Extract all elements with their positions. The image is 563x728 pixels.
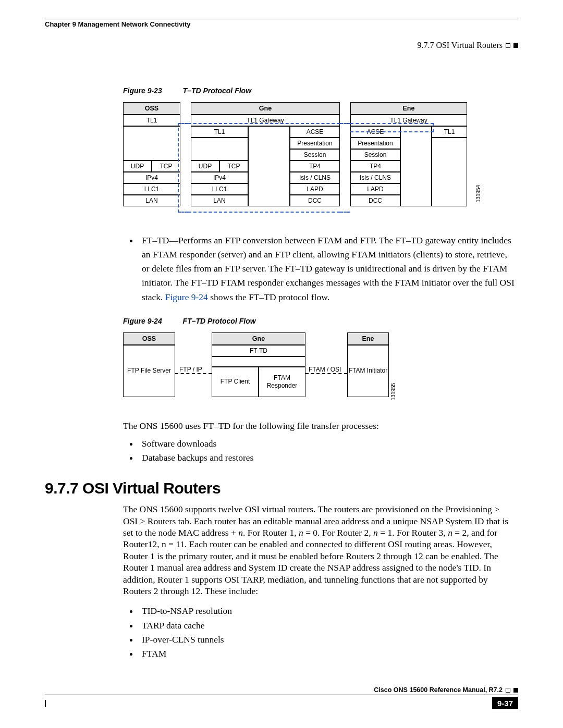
- ft-td-description: FT–TD—Performs an FTP conversion between…: [139, 233, 516, 304]
- cell-fttd: FT-TD: [212, 345, 305, 356]
- list-item: Database backups and restores: [139, 451, 516, 465]
- flow-line: [178, 123, 188, 213]
- cell-llc1: LLC1: [123, 183, 180, 195]
- header-rule-top: [45, 19, 518, 19]
- figure-24-caption: Figure 9-24 FT–TD Protocol Flow: [123, 317, 518, 325]
- oss-header: OSS: [123, 332, 175, 345]
- cell-empty: [123, 126, 180, 161]
- cell-ftp-client: FTP Client: [212, 367, 259, 397]
- flow-line: [305, 373, 347, 374]
- cell-tl1: TL1: [432, 126, 467, 138]
- cell-tp4: TP4: [350, 161, 400, 172]
- marker-icon: [506, 43, 510, 48]
- body-text: = 1. For Router 3,: [378, 527, 448, 538]
- figure-title: FT–TD Protocol Flow: [183, 317, 256, 325]
- section-breadcrumb: 9.7.7 OSI Virtual Routers: [417, 41, 503, 50]
- manual-title: Cisco ONS 15600 Reference Manual, R7.2: [374, 686, 503, 694]
- cell-empty: [212, 356, 305, 367]
- cell-dcc: DCC: [350, 195, 400, 206]
- diagram-id: 131954: [475, 185, 481, 202]
- cell-ftp-file-server: FTP File Server: [123, 345, 175, 397]
- paragraph-ft-td-uses: The ONS 15600 uses FT–TD for the followi…: [123, 420, 516, 431]
- cell-isis: Isis / CLNS: [350, 172, 400, 183]
- cell-tl1: TL1: [123, 115, 180, 126]
- gne-header: Gne: [191, 102, 340, 115]
- page-number: 9-37: [492, 697, 518, 709]
- footer-rule: [45, 695, 518, 695]
- label-ftam-osi: FTAM / OSI: [309, 366, 341, 373]
- cell-ftam-responder: FTAM Responder: [259, 367, 305, 397]
- flow-line: [340, 123, 350, 213]
- chapter-title: Chapter 9 Management Network Connectivit…: [45, 20, 191, 28]
- var-n: n: [373, 527, 378, 538]
- cell-ftam-initiator: FTAM Initiator: [347, 345, 389, 397]
- gne-header: Gne: [212, 332, 305, 345]
- diagram-id: 131955: [390, 382, 396, 400]
- figure-24-link[interactable]: Figure 9-24: [165, 292, 208, 302]
- label-ftp-ip: FTP / IP: [179, 366, 202, 373]
- cell-udp: UDP: [123, 161, 152, 172]
- marker-icon: [506, 688, 510, 693]
- marker-icon: [513, 688, 518, 693]
- body-text: shows the FT–TD protocol flow.: [208, 292, 329, 302]
- ene-header: Ene: [350, 102, 467, 115]
- oss-header: OSS: [123, 102, 180, 115]
- marker-icon: [513, 43, 518, 48]
- figure-24-diagram: OSS FTP File Server FTP / IP Gne FT-TD F…: [123, 332, 394, 411]
- flow-line: [175, 373, 212, 374]
- body-text: = 0. For Router 2,: [303, 527, 373, 538]
- figure-number: Figure 9-24: [123, 317, 162, 325]
- ene-header: Ene: [347, 332, 389, 345]
- list-item: IP-over-CLNS tunnels: [139, 633, 516, 647]
- cell-empty: [400, 126, 432, 206]
- list-item: FTAM: [139, 647, 516, 661]
- section-heading: 9.7.7 OSI Virtual Routers: [45, 479, 518, 497]
- label: FTP File Server: [127, 367, 171, 374]
- cell-empty: [432, 138, 467, 206]
- cell-ipv4: IPv4: [123, 172, 180, 183]
- figure-number: Figure 9-23: [123, 87, 162, 95]
- cell-tcp: TCP: [152, 161, 180, 172]
- cell-lapd: LAPD: [350, 183, 400, 195]
- var-n: n: [448, 527, 452, 538]
- list-item: TARP data cache: [139, 619, 516, 633]
- paragraph-osi-virtual-routers: The ONS 15600 supports twelve OSI virtua…: [123, 503, 516, 597]
- list-item: Software downloads: [139, 437, 516, 451]
- cell-lan: LAN: [123, 195, 180, 206]
- flow-line: [188, 123, 340, 213]
- footer-tick: [45, 700, 46, 707]
- cell-session: Session: [350, 149, 400, 161]
- page-footer: Cisco ONS 15600 Reference Manual, R7.2 9…: [45, 686, 518, 709]
- figure-title: T–TD Protocol Flow: [183, 87, 251, 95]
- figure-23-diagram: OSS TL1 UDP TCP IPv4 LLC1 LAN Gne TL1 Ga…: [123, 102, 478, 222]
- flow-line: [350, 123, 434, 132]
- var-n: n: [238, 527, 243, 538]
- figure-23-caption: Figure 9-23 T–TD Protocol Flow: [123, 87, 518, 95]
- var-n: n: [299, 527, 303, 538]
- cell-presentation: Presentation: [350, 138, 400, 149]
- list-item: TID-to-NSAP resolution: [139, 604, 516, 618]
- body-text: . For Router 1,: [243, 527, 299, 538]
